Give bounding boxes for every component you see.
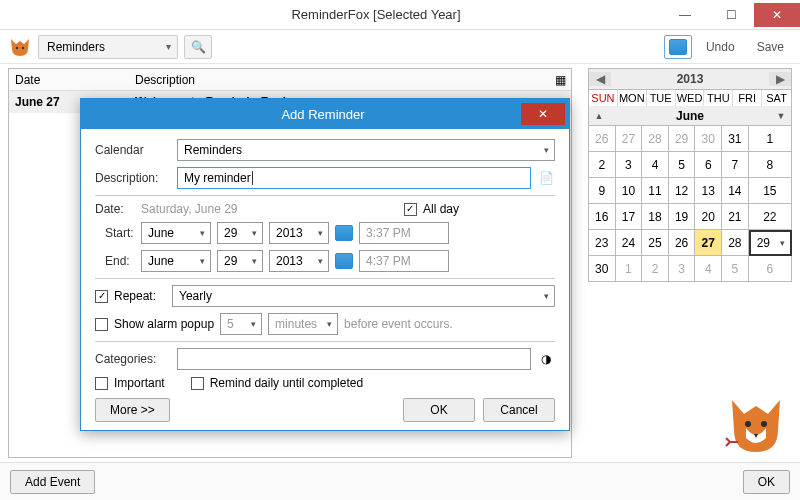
description-input[interactable]: My reminder [177,167,531,189]
save-button[interactable]: Save [749,35,792,59]
calendar-cell[interactable]: 22 [749,204,792,230]
calendar-cell[interactable]: 4 [642,152,669,178]
end-day-select[interactable]: 29 [217,250,263,272]
copy-icon[interactable]: 📄 [537,169,555,187]
search-icon: 🔍 [191,40,206,54]
calendar-cell[interactable]: 23 [589,230,616,256]
more-button[interactable]: More >> [95,398,170,422]
calendar-cell[interactable]: 9 [589,178,616,204]
end-calendar-icon[interactable] [335,253,353,269]
calendar-cell[interactable]: 8 [749,152,792,178]
categories-picker-icon[interactable]: ◑ [537,350,555,368]
calendar-cell[interactable]: 2 [642,256,669,282]
repeat-checkbox[interactable]: ✓ [95,290,108,303]
calendar-cell[interactable]: 25 [642,230,669,256]
start-time-input[interactable]: 3:37 PM [359,222,449,244]
dialog-close-button[interactable]: ✕ [521,103,565,125]
alarm-checkbox[interactable] [95,318,108,331]
reminders-combo[interactable]: Reminders [38,35,178,59]
reminders-combo-label: Reminders [47,40,105,54]
calendar-cell[interactable]: 15 [749,178,792,204]
title-bar: ReminderFox [Selected Year] — ☐ ✕ [0,0,800,30]
year-next[interactable]: ▶ [769,72,791,86]
alarm-unit-select[interactable]: minutes [268,313,338,335]
calendar-cell[interactable]: 29 [749,230,792,256]
dialog-ok-button[interactable]: OK [403,398,475,422]
calendar-cell[interactable]: 21 [722,204,749,230]
calendar-cell[interactable]: 13 [695,178,722,204]
col-desc-header[interactable]: Description [129,73,549,87]
calendar-cell[interactable]: 11 [642,178,669,204]
important-checkbox[interactable] [95,377,108,390]
main-ok-button[interactable]: OK [743,470,790,494]
calendar-cell[interactable]: 4 [695,256,722,282]
month-label: June [609,109,771,123]
categories-input[interactable] [177,348,531,370]
calendar-cell[interactable]: 18 [642,204,669,230]
end-month-select[interactable]: June [141,250,211,272]
add-event-button[interactable]: Add Event [10,470,95,494]
date-label: Date: [95,202,135,216]
calendar-cell[interactable]: 6 [695,152,722,178]
remind-daily-checkbox[interactable] [191,377,204,390]
remind-daily-label: Remind daily until completed [210,376,363,390]
start-month-select[interactable]: June [141,222,211,244]
svg-point-2 [745,421,751,427]
close-button[interactable]: ✕ [754,3,800,27]
dialog-cancel-button[interactable]: Cancel [483,398,555,422]
calendar-cell[interactable]: 27 [616,126,643,152]
dow-cell: WED [676,90,705,106]
repeat-select[interactable]: Yearly [172,285,555,307]
calendar-cell[interactable]: 7 [722,152,749,178]
calendar-cell[interactable]: 17 [616,204,643,230]
start-day-select[interactable]: 29 [217,222,263,244]
end-year-select[interactable]: 2013 [269,250,329,272]
calendar-cell[interactable]: 20 [695,204,722,230]
calendar-grid: 2627282930311234567891011121314151617181… [588,126,792,282]
dow-cell: TUE [647,90,676,106]
calendar-cell[interactable]: 5 [722,256,749,282]
calendar-cell[interactable]: 16 [589,204,616,230]
maximize-button[interactable]: ☐ [708,3,754,27]
dow-cell: MON [618,90,647,106]
calendar-cell[interactable]: 30 [589,256,616,282]
alarm-value-select[interactable]: 5 [220,313,262,335]
calendar-cell[interactable]: 3 [616,152,643,178]
calendar-cell[interactable]: 12 [669,178,696,204]
calendar-cell[interactable]: 10 [616,178,643,204]
calendar-cell[interactable]: 28 [722,230,749,256]
calendar-cell[interactable]: 2 [589,152,616,178]
col-date-header[interactable]: Date [9,73,129,87]
search-button[interactable]: 🔍 [184,35,212,59]
undo-button[interactable]: Undo [698,35,743,59]
dialog-title: Add Reminder [125,107,521,122]
calendar-cell[interactable]: 5 [669,152,696,178]
calendar-cell[interactable]: 29 [669,126,696,152]
calendar-select[interactable]: Reminders [177,139,555,161]
calendar-cell[interactable]: 26 [669,230,696,256]
calendar-cell[interactable]: 24 [616,230,643,256]
calendar-cell[interactable]: 30 [695,126,722,152]
month-next[interactable]: ▼ [771,111,791,121]
calendar-cell[interactable]: 19 [669,204,696,230]
minimize-button[interactable]: — [662,3,708,27]
toolbar: Reminders 🔍 Undo Save [0,30,800,64]
calendar-view-button[interactable] [664,35,692,59]
calendar-cell[interactable]: 31 [722,126,749,152]
calendar-cell[interactable]: 26 [589,126,616,152]
calendar-cell[interactable]: 1 [749,126,792,152]
year-prev[interactable]: ◀ [589,72,611,86]
calendar-cell[interactable]: 3 [669,256,696,282]
calendar-cell[interactable]: 27 [695,230,722,256]
calendar-cell[interactable]: 1 [616,256,643,282]
columns-menu-icon[interactable]: ▦ [549,73,571,87]
allday-checkbox[interactable]: ✓ [404,203,417,216]
calendar-cell[interactable]: 6 [749,256,792,282]
start-calendar-icon[interactable] [335,225,353,241]
calendar-cell[interactable]: 28 [642,126,669,152]
dialog-title-bar: Add Reminder ✕ [81,99,569,129]
month-prev[interactable]: ▲ [589,111,609,121]
end-time-input[interactable]: 4:37 PM [359,250,449,272]
start-year-select[interactable]: 2013 [269,222,329,244]
calendar-cell[interactable]: 14 [722,178,749,204]
